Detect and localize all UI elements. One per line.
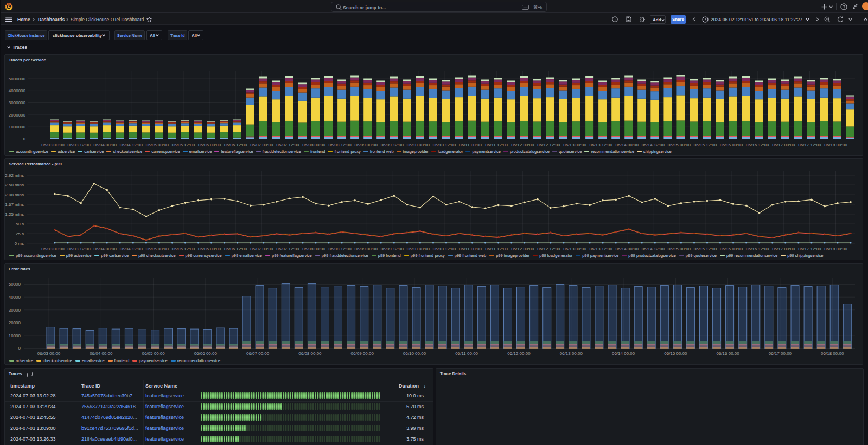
svg-text:06/17 00:00: 06/17 00:00 [772, 143, 795, 147]
svg-text:50000: 50000 [9, 282, 21, 287]
svg-text:06/16 00:00: 06/16 00:00 [720, 247, 743, 251]
svg-text:06/05 00:00: 06/05 00:00 [142, 351, 165, 356]
svg-text:06/15 00:00: 06/15 00:00 [664, 351, 687, 356]
svg-text:06/16 12:00: 06/16 12:00 [746, 247, 769, 251]
svg-text:06/11 00:00: 06/11 00:00 [455, 351, 478, 356]
svg-text:06/11 00:00: 06/11 00:00 [459, 247, 482, 251]
svg-text:06/06 00:00: 06/06 00:00 [198, 143, 221, 147]
svg-text:06/08 00:00: 06/08 00:00 [298, 351, 322, 356]
svg-text:06/10 12:00: 06/10 12:00 [433, 247, 456, 251]
svg-text:06/10 12:00: 06/10 12:00 [433, 143, 456, 147]
svg-text:06/14 12:00: 06/14 12:00 [642, 143, 665, 147]
svg-text:06/06 12:00: 06/06 12:00 [224, 143, 247, 147]
svg-text:1000000: 1000000 [9, 125, 26, 130]
svg-text:0: 0 [23, 137, 26, 141]
svg-text:06/15 12:00: 06/15 12:00 [694, 247, 717, 251]
svg-text:06/07 00:00: 06/07 00:00 [250, 143, 273, 147]
svg-text:06/15 00:00: 06/15 00:00 [668, 143, 691, 147]
svg-text:06/08 00:00: 06/08 00:00 [302, 143, 326, 147]
svg-text:06/04 00:00: 06/04 00:00 [94, 143, 117, 147]
svg-text:06/10 00:00: 06/10 00:00 [403, 351, 426, 356]
svg-text:1.67 mins: 1.67 mins [5, 202, 24, 207]
svg-text:06/10 00:00: 06/10 00:00 [407, 143, 430, 147]
svg-text:06/03 00:00: 06/03 00:00 [37, 351, 61, 356]
svg-text:06/12 00:00: 06/12 00:00 [511, 247, 534, 251]
svg-text:06/07 12:00: 06/07 12:00 [276, 247, 299, 251]
svg-text:06/08 12:00: 06/08 12:00 [328, 247, 352, 251]
svg-text:06/16 00:00: 06/16 00:00 [720, 143, 743, 147]
svg-text:06/09 00:00: 06/09 00:00 [351, 351, 374, 356]
svg-text:40000: 40000 [9, 295, 21, 300]
svg-text:06/06 12:00: 06/06 12:00 [224, 247, 247, 251]
svg-text:06/14 12:00: 06/14 12:00 [642, 247, 665, 251]
svg-text:06/13 00:00: 06/13 00:00 [563, 143, 586, 147]
svg-text:06/16 12:00: 06/16 12:00 [746, 143, 769, 147]
svg-text:06/04 00:00: 06/04 00:00 [94, 247, 117, 251]
svg-text:2000000: 2000000 [9, 113, 26, 118]
svg-text:06/12 00:00: 06/12 00:00 [511, 143, 534, 147]
svg-text:06/07 00:00: 06/07 00:00 [246, 351, 270, 356]
svg-text:50 s: 50 s [16, 222, 24, 227]
svg-text:2.92 mins: 2.92 mins [5, 173, 24, 178]
svg-text:06/07 00:00: 06/07 00:00 [250, 247, 273, 251]
svg-text:0: 0 [18, 346, 21, 351]
svg-text:06/05 00:00: 06/05 00:00 [146, 247, 169, 251]
svg-text:06/15 00:00: 06/15 00:00 [668, 247, 691, 251]
svg-text:06/09 12:00: 06/09 12:00 [381, 143, 404, 147]
svg-text:06/11 12:00: 06/11 12:00 [485, 143, 508, 147]
svg-text:06/03 00:00: 06/03 00:00 [41, 247, 65, 251]
svg-text:06/08 12:00: 06/08 12:00 [328, 143, 352, 147]
svg-text:06/04 12:00: 06/04 12:00 [120, 247, 143, 251]
svg-text:06/13 00:00: 06/13 00:00 [560, 351, 583, 356]
svg-text:06/12 12:00: 06/12 12:00 [537, 143, 560, 147]
svg-text:06/07 12:00: 06/07 12:00 [276, 143, 299, 147]
svg-text:3000000: 3000000 [9, 100, 26, 105]
svg-text:06/15 12:00: 06/15 12:00 [694, 143, 717, 147]
svg-text:06/13 12:00: 06/13 12:00 [589, 247, 612, 251]
svg-text:2.50 mins: 2.50 mins [5, 183, 24, 188]
svg-text:2.08 mins: 2.08 mins [5, 192, 24, 197]
svg-text:06/09 00:00: 06/09 00:00 [355, 143, 378, 147]
svg-text:06/17 12:00: 06/17 12:00 [798, 143, 821, 147]
svg-text:06/03 12:00: 06/03 12:00 [67, 143, 91, 147]
svg-text:0 ms: 0 ms [15, 241, 24, 246]
svg-text:06/11 00:00: 06/11 00:00 [459, 143, 482, 147]
svg-text:25 s: 25 s [16, 231, 24, 236]
svg-text:06/05 00:00: 06/05 00:00 [146, 143, 169, 147]
svg-text:06/16 00:00: 06/16 00:00 [716, 351, 739, 356]
svg-text:06/09 00:00: 06/09 00:00 [355, 247, 378, 251]
svg-text:06/17 00:00: 06/17 00:00 [772, 247, 795, 251]
svg-text:06/12 00:00: 06/12 00:00 [507, 351, 531, 356]
svg-text:06/17 00:00: 06/17 00:00 [769, 351, 792, 356]
svg-text:06/13 00:00: 06/13 00:00 [563, 247, 586, 251]
svg-text:06/14 00:00: 06/14 00:00 [612, 351, 635, 356]
svg-text:06/03 12:00: 06/03 12:00 [67, 247, 91, 251]
svg-text:4000000: 4000000 [9, 88, 26, 93]
svg-text:20000: 20000 [9, 320, 21, 325]
svg-text:10000: 10000 [9, 333, 21, 338]
svg-text:06/04 12:00: 06/04 12:00 [120, 143, 143, 147]
svg-text:1.25 mins: 1.25 mins [5, 212, 24, 217]
svg-text:06/03 00:00: 06/03 00:00 [41, 143, 65, 147]
svg-text:06/17 12:00: 06/17 12:00 [798, 247, 821, 251]
svg-text:06/08 00:00: 06/08 00:00 [302, 247, 326, 251]
svg-text:06/06 00:00: 06/06 00:00 [194, 351, 218, 356]
svg-text:06/10 00:00: 06/10 00:00 [407, 247, 430, 251]
svg-text:06/04 00:00: 06/04 00:00 [90, 351, 113, 356]
svg-text:06/05 12:00: 06/05 12:00 [172, 247, 195, 251]
svg-text:06/12 12:00: 06/12 12:00 [537, 247, 560, 251]
svg-text:06/18 00:00: 06/18 00:00 [821, 351, 844, 356]
svg-text:06/18 00:00: 06/18 00:00 [824, 247, 847, 251]
svg-text:06/18 00:00: 06/18 00:00 [824, 143, 847, 147]
svg-text:06/05 12:00: 06/05 12:00 [172, 143, 195, 147]
svg-text:06/14 00:00: 06/14 00:00 [616, 143, 639, 147]
svg-text:06/09 12:00: 06/09 12:00 [381, 247, 404, 251]
svg-text:06/06 00:00: 06/06 00:00 [198, 247, 221, 251]
svg-text:06/14 00:00: 06/14 00:00 [616, 247, 639, 251]
svg-text:5000000: 5000000 [9, 76, 26, 81]
svg-text:30000: 30000 [9, 308, 21, 313]
svg-text:06/13 12:00: 06/13 12:00 [589, 143, 612, 147]
svg-text:06/11 12:00: 06/11 12:00 [485, 247, 508, 251]
